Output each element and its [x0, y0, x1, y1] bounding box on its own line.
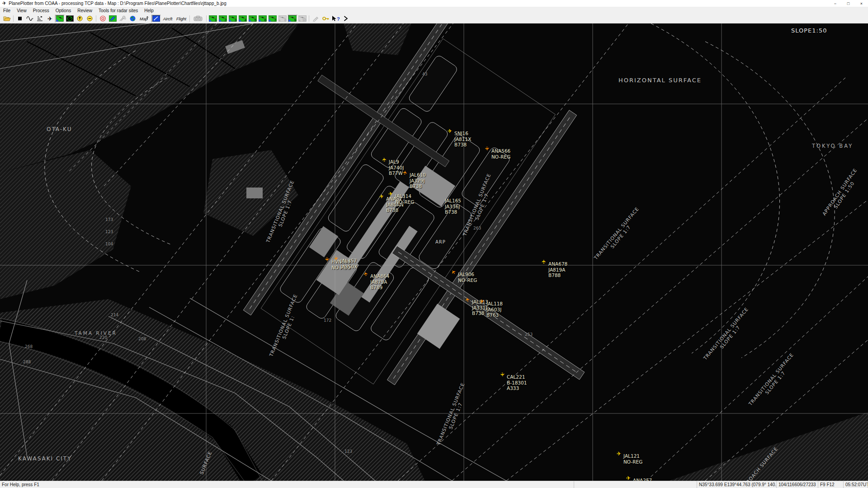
aircraft-reg: JA819A	[548, 267, 567, 273]
aircraft-icon[interactable]: ✈	[500, 372, 505, 377]
svg-text:9: 9	[294, 18, 296, 22]
aircraft-label-jal118[interactable]: ✈JAL118JA603JB763	[486, 301, 503, 318]
aircraft-label-cal221[interactable]: ✈CAL221B-18301A333	[507, 374, 527, 391]
chart-9-icon: 9	[288, 15, 297, 22]
toolbar-aircraft-list-button[interactable]: Aircft	[161, 14, 175, 23]
surface-annotation-line: SLOPE 1:7	[752, 355, 799, 410]
toolbar-chart-8-button[interactable]: 8	[278, 14, 288, 23]
map-view-icon	[56, 15, 64, 22]
svg-text:✈: ✈	[47, 15, 52, 22]
aircraft-callsign: SNJ16	[454, 131, 471, 136]
aircraft-type: B763	[486, 312, 503, 318]
aircraft-icon[interactable]: ✈	[626, 475, 631, 481]
aircraft-icon[interactable]: ✈	[363, 271, 369, 277]
aircraft-label-jal357[interactable]: ✈JAL357JA350X	[340, 258, 357, 269]
toolbar-zoom-out-button[interactable]	[85, 14, 94, 23]
toolbar-chart-5-button[interactable]: 5	[248, 14, 258, 23]
menu-view[interactable]: View	[14, 7, 30, 14]
aircraft-icon[interactable]: ✈	[479, 299, 484, 305]
status-blank	[574, 481, 697, 488]
surface-annotation: APPROACH SURFACESLOPE 1:50	[821, 167, 862, 220]
toolbar-chart-10-button[interactable]: 10	[297, 14, 307, 23]
menu-tools-for-radar-sites[interactable]: Tools for radar sites	[95, 7, 141, 14]
toolbar-open-chart-button[interactable]	[2, 14, 12, 23]
world-map-icon	[129, 15, 137, 22]
toolbar-registration-key-button[interactable]	[321, 14, 330, 23]
close-button[interactable]: ×	[855, 0, 868, 7]
toolbar-more-tools-button[interactable]	[340, 14, 350, 23]
minimize-button[interactable]: −	[829, 0, 842, 7]
aircraft-label-jal314[interactable]: ✈JAL314NO-REG	[395, 193, 414, 205]
toolbar-map-upload-button[interactable]: Map	[137, 14, 151, 23]
toolbar-map-view-button[interactable]	[55, 14, 65, 23]
sharing-icon	[109, 15, 117, 22]
menu-file[interactable]: File	[0, 7, 14, 14]
aircraft-icon[interactable]: ✈	[388, 191, 393, 197]
aircraft-icon[interactable]: ✈	[541, 259, 547, 264]
menu-options[interactable]: Options	[52, 7, 74, 14]
toolbar-message-levels-button[interactable]	[35, 14, 45, 23]
menu-process[interactable]: Process	[30, 7, 52, 14]
aircraft-reg: JA329J	[410, 178, 426, 184]
stop-icon	[16, 15, 24, 22]
aircraft-label-jal165[interactable]: JAL165JA336JB738	[445, 198, 461, 215]
toolbar-draw-button[interactable]	[311, 14, 321, 23]
elevation-value: 123	[105, 230, 113, 234]
aircraft-view-icon: ✈	[46, 15, 54, 22]
map-area[interactable]: SLOPE1:50HORIZONTAL SURFACETOKYO BAYOTA-…	[0, 23, 868, 481]
aircraft-icon[interactable]: ✈	[450, 268, 457, 275]
context-help-icon: ?	[331, 15, 340, 22]
aircraft-icon[interactable]: ✈	[324, 257, 330, 262]
toolbar-chart-9-button[interactable]: 9	[288, 14, 297, 23]
aircraft-label-ana864[interactable]: ✈ANA864JA879AB789	[370, 273, 389, 291]
elevation-value: 263	[473, 226, 481, 230]
toolbar-context-help-button[interactable]: ?	[330, 14, 340, 23]
aircraft-icon[interactable]: ✈	[447, 128, 452, 134]
toolbar-chart-6-button[interactable]: 6	[258, 14, 268, 23]
toolbar-chart-1-button[interactable]: 1	[208, 14, 218, 23]
aircraft-label-jal906[interactable]: ✈JAL906NO-REG	[458, 272, 477, 283]
aircraft-icon[interactable]: ✈	[616, 451, 621, 457]
app-window: ✈ PlanePlotter from COAA - processing TC…	[0, 0, 868, 488]
aircraft-callsign: CAL221	[507, 374, 527, 380]
aircraft-label-jal610[interactable]: ✈JAL610JA329JB738	[410, 172, 426, 189]
aircraft-label-ana678[interactable]: ✈ANA678JA819AB788	[548, 261, 567, 278]
maximize-button[interactable]: □	[842, 0, 855, 7]
aircraft-type: B738	[445, 209, 461, 215]
toolbar-chart-4-button[interactable]: 4	[238, 14, 248, 23]
aircraft-label-ana566[interactable]: ✈ANA566NO-REG	[491, 148, 510, 160]
aircraft-label-jal121[interactable]: ✈JAL121NO-REG	[623, 453, 642, 465]
toolbar-snapshot-button[interactable]	[191, 14, 205, 23]
map-label-kawasaki-city: KAWASAKI CITY	[18, 455, 71, 462]
aircraft-icon[interactable]: ✈	[464, 297, 471, 303]
toolbar-chart-edit-button[interactable]	[151, 14, 161, 23]
toolbar-zoom-in-button[interactable]	[75, 14, 85, 23]
menu-help[interactable]: Help	[141, 7, 157, 14]
toolbar-chart-2-button[interactable]: 2	[218, 14, 228, 23]
toolbar-world-map-button[interactable]	[127, 14, 137, 23]
chart-4-icon: 4	[239, 15, 247, 22]
aircraft-icon[interactable]: ✈	[402, 170, 408, 175]
aircraft-icon[interactable]: ✈	[484, 146, 490, 151]
toolbar-mlat-target-button[interactable]	[98, 14, 108, 23]
status-fkeys: F9 F12	[818, 481, 844, 488]
toolbar-separator	[189, 15, 190, 22]
toolbar-signal-trace-button[interactable]	[25, 14, 35, 23]
aircraft-icon[interactable]: ✈	[382, 157, 387, 162]
toolbar: ✈MapAircftFlight12345678910?	[0, 14, 868, 23]
surface-annotation: APPROACH SURFACE	[738, 446, 778, 481]
toolbar-radar-view-button[interactable]	[65, 14, 75, 23]
menu-review[interactable]: Review	[74, 7, 95, 14]
open-chart-icon	[3, 15, 11, 22]
surface-annotation: TRANSITIONAL SURFACESLOPE 1:7	[435, 382, 471, 448]
toolbar-stop-button[interactable]	[15, 14, 25, 23]
toolbar-flight-list-button[interactable]: Flight	[175, 14, 188, 23]
toolbar-sharing-button[interactable]	[108, 14, 118, 23]
toolbar-chart-7-button[interactable]: 7	[268, 14, 278, 23]
toolbar-aircraft-view-button[interactable]: ✈	[45, 14, 55, 23]
aircraft-label-snj16[interactable]: ✈SNJ16JA811XB738	[454, 131, 471, 148]
aircraft-label-ana257[interactable]: ✈ANA257	[633, 478, 652, 481]
toolbar-tools-button[interactable]	[118, 14, 127, 23]
toolbar-chart-3-button[interactable]: 3	[228, 14, 238, 23]
aircraft-icon[interactable]: ✈	[379, 193, 384, 200]
